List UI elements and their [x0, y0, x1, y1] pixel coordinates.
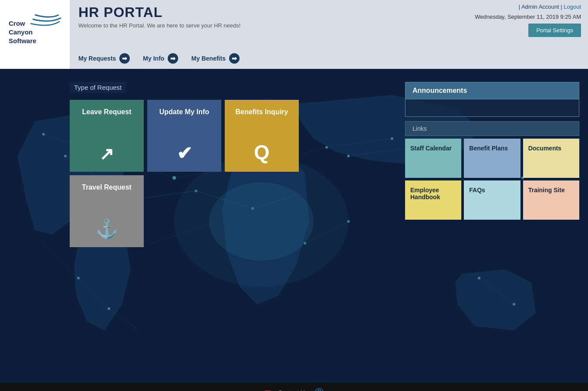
admin-links: | Admin Account | Logout — [519, 3, 581, 10]
travel-request-tile[interactable]: Travel Request ⚓ — [70, 175, 144, 247]
benefits-inquiry-label: Benefits Inquiry — [236, 108, 288, 116]
header-right: | Admin Account | Logout Wednesday, Sept… — [475, 3, 581, 37]
nav-link-my-requests[interactable]: My Requests ➡ — [78, 53, 130, 64]
nav-label: My Info — [143, 55, 164, 62]
portal-settings-button[interactable]: Portal Settings — [528, 24, 581, 37]
admin-label: | Admin Account | — [519, 3, 562, 10]
header: Crow Canyon Software HR PORTAL Welcome t… — [0, 0, 588, 69]
main-area: Type of Request Leave Request ↗︎ Update … — [0, 69, 588, 383]
svg-text:Software: Software — [9, 37, 36, 44]
employee-handbook-tile[interactable]: Employee Handbook — [405, 180, 461, 220]
nav-link-my-info[interactable]: My Info ➡ — [143, 53, 178, 64]
training-site-label: Training Site — [528, 187, 565, 194]
datetime: Wednesday, September 11, 2019 9:25 AM — [475, 14, 581, 20]
announcements-body — [405, 99, 579, 117]
type-of-request-label: Type of Request — [70, 82, 126, 93]
nav-label: My Benefits — [191, 55, 226, 62]
travel-request-label: Travel Request — [82, 183, 132, 191]
staff-calendar-tile[interactable]: Staff Calendar — [405, 139, 461, 178]
nav-link-my-benefits[interactable]: My Benefits ➡ — [191, 53, 240, 64]
checkmark-icon: ✔ — [177, 143, 192, 164]
content-overlay: Type of Request Leave Request ↗︎ Update … — [0, 69, 588, 256]
nav-bar: My Requests ➡My Info ➡My Benefits ➡ — [78, 53, 579, 69]
svg-text:Canyon: Canyon — [9, 28, 33, 36]
search-q-icon: Q — [254, 140, 270, 164]
faqs-label: FAQs — [469, 187, 485, 194]
svg-text:Crow: Crow — [9, 20, 25, 27]
documents-label: Documents — [528, 145, 561, 152]
logout-link[interactable]: Logout — [564, 3, 581, 10]
staff-calendar-label: Staff Calendar — [410, 145, 452, 152]
nav-arrow-icon: ➡ — [119, 53, 130, 64]
company-logo: Crow Canyon Software — [7, 13, 63, 56]
announcements-header: Announcements — [405, 82, 579, 99]
contact-label[interactable]: Contact Us — [278, 389, 308, 391]
logo-area: Crow Canyon Software — [0, 0, 70, 69]
email-icon: ✉ — [264, 388, 271, 391]
svg-point-42 — [478, 277, 480, 279]
update-my-info-tile[interactable]: Update My Info ✔ — [147, 100, 221, 172]
anchor-icon: ⚓ — [95, 218, 118, 239]
benefit-plans-tile[interactable]: Benefit Plans — [464, 139, 520, 178]
leave-request-label: Leave Request — [82, 108, 132, 116]
skype-icon[interactable]: Ⓢ — [315, 387, 324, 391]
update-my-info-label: Update My Info — [159, 108, 210, 116]
training-site-tile[interactable]: Training Site — [523, 180, 579, 220]
links-grid: Staff Calendar Benefit Plans Documents E… — [405, 139, 579, 220]
svg-point-36 — [77, 277, 80, 279]
external-link-icon: ↗︎ — [99, 144, 114, 164]
request-grid: Leave Request ↗︎ Update My Info ✔ Benefi… — [70, 100, 388, 247]
employee-handbook-label: Employee Handbook — [410, 187, 456, 201]
nav-arrow-icon: ➡ — [229, 53, 240, 64]
links-header: Links — [405, 121, 579, 136]
right-panel: Announcements Links Staff Calendar Benef… — [405, 82, 579, 247]
faqs-tile[interactable]: FAQs — [464, 180, 520, 220]
nav-arrow-icon: ➡ — [168, 53, 178, 64]
footer: ✉ Contact Us Ⓢ — [0, 383, 588, 391]
leave-request-tile[interactable]: Leave Request ↗︎ — [70, 100, 144, 172]
svg-point-37 — [108, 307, 110, 310]
svg-point-43 — [513, 303, 515, 306]
nav-label: My Requests — [78, 55, 116, 62]
benefit-plans-label: Benefit Plans — [469, 145, 508, 152]
left-panel: Type of Request Leave Request ↗︎ Update … — [70, 82, 388, 247]
documents-tile[interactable]: Documents — [523, 139, 579, 178]
benefits-inquiry-tile[interactable]: Benefits Inquiry Q — [225, 100, 299, 172]
